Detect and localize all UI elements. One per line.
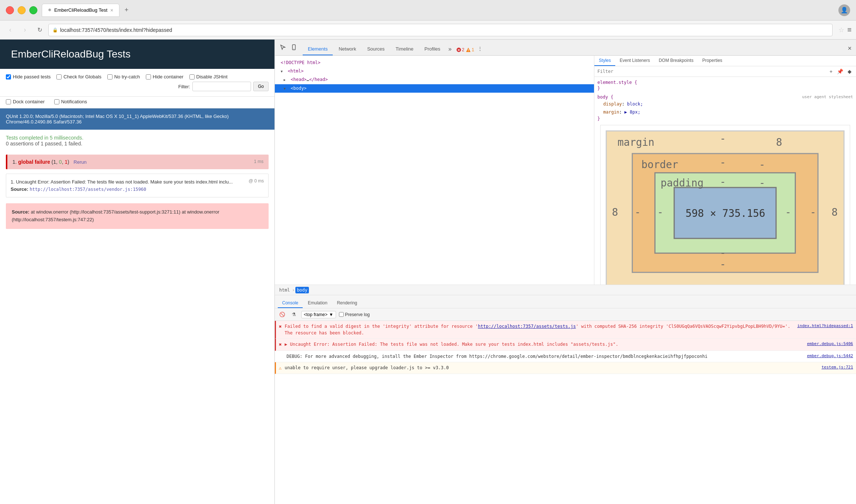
source-info: Source: at window.onerror (http://localh… <box>6 203 269 229</box>
nav-bar: ‹ › ↻ 🔒 localhost:7357/4570/tests/index.… <box>0 21 856 40</box>
source-url: http://localhost:7357/assets/vendor.js:1… <box>30 187 146 192</box>
minimize-button[interactable] <box>18 6 26 14</box>
address-bar[interactable]: 🔒 localhost:7357/4570/tests/index.html?h… <box>48 24 833 36</box>
tab-profiles[interactable]: Profiles <box>419 44 445 55</box>
test-at-time: @ 0 ms <box>248 178 264 193</box>
svg-text:8: 8 <box>776 136 782 148</box>
console-link-0[interactable]: http://localhost:7357/assets/tests.js <box>478 324 576 329</box>
tab-properties[interactable]: Properties <box>698 56 727 66</box>
dock-container-checkbox[interactable] <box>6 99 11 104</box>
tab-console[interactable]: Console <box>278 299 303 308</box>
forward-button[interactable]: › <box>19 24 31 36</box>
tab-emulation[interactable]: Emulation <box>303 299 332 308</box>
disable-jshint-option[interactable]: Disable JSHint <box>189 74 228 79</box>
dom-line-head[interactable]: <head>…</head> <box>275 75 594 84</box>
styles-filter-input[interactable] <box>597 69 827 74</box>
tab-sources[interactable]: Sources <box>362 44 390 55</box>
close-button[interactable] <box>6 6 14 14</box>
menu-button[interactable]: ≡ <box>847 26 852 34</box>
refresh-button[interactable]: ↻ <box>34 24 45 36</box>
test-item: 1. global failure (1, 0, 1) Rerun 1 ms <box>6 155 269 169</box>
more-options-button[interactable]: ⋮ <box>475 45 485 55</box>
display-prop: display: block; <box>597 100 853 108</box>
test-item-left: 1. global failure (1, 0, 1) Rerun <box>12 159 254 165</box>
test-detail-row: 1. Uncaught Error: Assertion Failed: The… <box>11 178 264 193</box>
filter-input[interactable] <box>192 82 251 91</box>
hide-container-option[interactable]: Hide container <box>146 74 184 79</box>
devtools-close-button[interactable]: × <box>848 45 853 55</box>
hide-container-checkbox[interactable] <box>146 74 151 79</box>
notifications-checkbox[interactable] <box>54 99 59 104</box>
no-try-catch-checkbox[interactable] <box>107 74 112 79</box>
tab-timeline[interactable]: Timeline <box>391 44 419 55</box>
svg-text:8: 8 <box>612 206 618 218</box>
toggle-classes-button[interactable]: 📌 <box>835 68 845 75</box>
inspect-element-button[interactable] <box>278 42 288 52</box>
body-style-source: user agent stylesheet <box>802 94 853 100</box>
dom-line-doctype[interactable]: <!DOCTYPE html> <box>275 59 594 67</box>
rerun-link[interactable]: Rerun <box>74 159 86 165</box>
tab-dom-breakpoints[interactable]: DOM Breakpoints <box>654 56 698 66</box>
tab-network[interactable]: Network <box>333 44 361 55</box>
tab-elements[interactable]: Elements <box>303 44 333 55</box>
svg-text:-: - <box>759 159 765 171</box>
back-button[interactable]: ‹ <box>4 24 16 36</box>
source-info-text: at window.onerror (http://localhost:7357… <box>12 209 219 222</box>
styles-content: element.style { } body { user agent styl… <box>594 77 856 285</box>
tab-event-listeners[interactable]: Event Listeners <box>615 56 654 66</box>
results-time: Tests completed in 5 milliseconds. <box>6 135 269 141</box>
preserve-log-checkbox[interactable] <box>339 312 344 317</box>
breadcrumb-html[interactable]: html <box>278 287 291 293</box>
console-source-2[interactable]: ember.debug.js:5442 <box>807 353 853 360</box>
user-avatar[interactable]: 👤 <box>838 4 850 16</box>
filter-label: Filter: <box>178 84 190 89</box>
dom-tree: <!DOCTYPE html> <html> <head>…</head> <box>275 56 594 285</box>
tab-rendering[interactable]: Rendering <box>332 299 361 308</box>
frame-select[interactable]: <top frame> ▼ <box>301 311 336 318</box>
preserve-log-option[interactable]: Preserve log <box>339 312 370 317</box>
svg-text:-: - <box>635 206 641 218</box>
body-selector: body { <box>597 94 613 100</box>
new-tab-button[interactable]: + <box>121 5 132 16</box>
filter-console-button[interactable]: ⚗ <box>289 310 298 319</box>
svg-text:-: - <box>720 247 726 259</box>
bookmark-button[interactable]: ☆ <box>838 26 844 34</box>
body-triangle[interactable] <box>284 85 288 92</box>
tab-close-button[interactable]: × <box>110 7 113 13</box>
clear-console-button[interactable]: 🚫 <box>278 310 287 319</box>
test-ms: 1 ms <box>254 159 263 164</box>
dom-line-html[interactable]: <html> <box>275 67 594 75</box>
svg-text:padding: padding <box>661 177 704 189</box>
color-format-button[interactable]: ◆ <box>846 68 853 75</box>
dom-line-body[interactable]: <body> <box>275 84 594 93</box>
mobile-emulation-button[interactable] <box>289 42 299 52</box>
html-triangle[interactable] <box>281 68 285 75</box>
maximize-button[interactable] <box>29 6 37 14</box>
breadcrumb-body[interactable]: body <box>295 287 309 293</box>
more-tabs-button[interactable]: » <box>446 46 454 55</box>
go-button[interactable]: Go <box>253 82 269 91</box>
add-style-button[interactable]: + <box>828 68 834 75</box>
debug-spacer <box>278 353 284 360</box>
dock-container-option[interactable]: Dock container <box>6 99 45 104</box>
hide-passed-checkbox[interactable] <box>6 74 11 79</box>
notifications-option[interactable]: Notifications <box>54 99 87 104</box>
check-globals-option[interactable]: Check for Globals <box>56 74 101 79</box>
browser-window: ✱ EmberCliReloadBug Test × + 👤 ‹ › ↻ 🔒 l… <box>0 0 856 504</box>
tab-styles[interactable]: Styles <box>594 56 615 66</box>
disable-jshint-checkbox[interactable] <box>189 74 195 79</box>
dom-breadcrumb: html › body <box>275 285 856 295</box>
active-tab[interactable]: ✱ EmberCliReloadBug Test × <box>42 4 119 17</box>
console-entry-2: DEBUG: For more advanced debugging, inst… <box>275 351 856 362</box>
console-content: ✖ Failed to find a valid digest in the '… <box>275 321 856 504</box>
svg-text:-: - <box>720 133 726 145</box>
console-source-1[interactable]: ember.debug.js:5406 <box>807 341 853 348</box>
console-source-0[interactable]: index.html?hidepassed:1 <box>797 323 853 336</box>
console-entry-0: ✖ Failed to find a valid digest in the '… <box>275 321 856 339</box>
console-source-3[interactable]: testem.js:721 <box>822 364 853 372</box>
test-name-text: global failure <box>18 159 50 165</box>
hide-passed-option[interactable]: Hide passed tests <box>6 74 51 79</box>
check-globals-checkbox[interactable] <box>56 74 62 79</box>
no-try-catch-option[interactable]: No try-catch <box>107 74 140 79</box>
head-triangle[interactable] <box>284 76 288 83</box>
